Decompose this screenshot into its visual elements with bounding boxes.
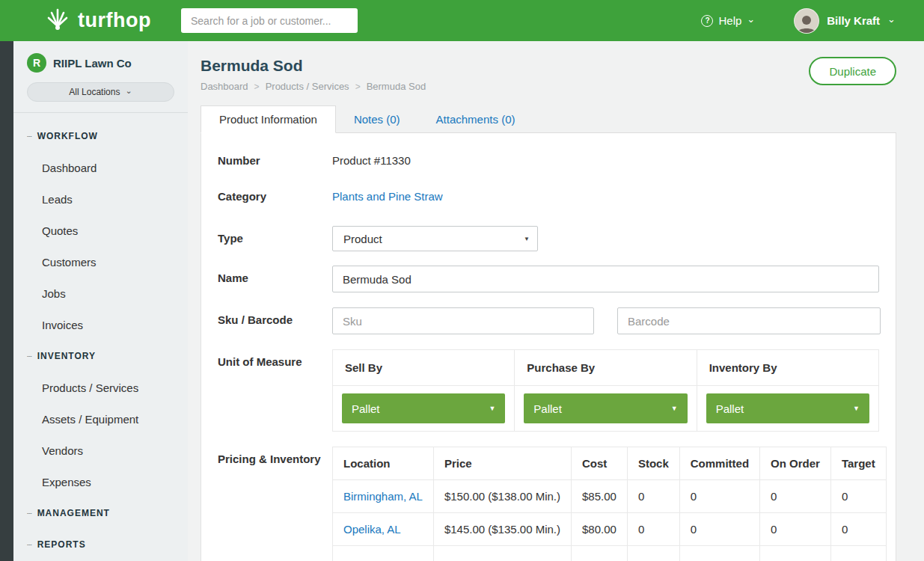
- target-cell: 0: [830, 480, 886, 513]
- page-title: Bermuda Sod: [201, 57, 896, 75]
- number-label: Number: [218, 154, 332, 167]
- category-link[interactable]: Plants and Pine Straw: [332, 190, 443, 203]
- sell-by-dropdown[interactable]: Pallet ▼: [342, 393, 505, 423]
- main-content: Bermuda Sod Dashboard > Products / Servi…: [188, 41, 924, 561]
- target-cell: 0: [830, 513, 886, 546]
- purchase-by-dropdown[interactable]: Pallet ▼: [524, 393, 687, 423]
- sidebar-item-jobs[interactable]: Jobs: [13, 278, 188, 309]
- dropdown-arrow-icon: ▼: [489, 405, 495, 412]
- dashes-icon: ┄: [27, 352, 31, 361]
- name-input[interactable]: [332, 266, 879, 292]
- sidebar-nav: ┄ WORKFLOW Dashboard Leads Quotes Custom…: [13, 113, 188, 560]
- dashes-icon: ┄: [27, 540, 31, 550]
- col-location: Location: [333, 447, 434, 480]
- locations-label: All Locations: [69, 87, 120, 97]
- product-information-panel: Number Product #11330 Category Plants an…: [201, 133, 896, 561]
- breadcrumb-separator: >: [254, 82, 260, 92]
- table-row-partial: [333, 546, 887, 561]
- inventory-by-dropdown[interactable]: Pallet ▼: [706, 393, 869, 423]
- brand-name: turfhop: [78, 9, 151, 32]
- user-menu[interactable]: Billy Kraft ⌄: [794, 8, 896, 34]
- sidebar-item-customers[interactable]: Customers: [13, 246, 188, 278]
- col-price: Price: [433, 447, 571, 480]
- breadcrumb-dashboard[interactable]: Dashboard: [201, 81, 248, 92]
- type-selected-value: Product: [343, 233, 382, 245]
- price-cell: $145.00 ($135.00 Min.): [433, 513, 571, 546]
- sidebar-item-expenses[interactable]: Expenses: [13, 466, 188, 497]
- sidebar-edge-strip: [0, 41, 13, 561]
- sku-barcode-label: Sku / Barcode: [218, 307, 332, 334]
- company-name: RIIPL Lawn Co: [53, 57, 132, 70]
- sidebar: R RIIPL Lawn Co All Locations ⌄ ┄ WORKFL…: [13, 41, 188, 561]
- sidebar-item-vendors[interactable]: Vendors: [13, 435, 188, 466]
- tab-attachments[interactable]: Attachments (0): [418, 106, 533, 132]
- on-order-cell: 0: [760, 480, 831, 513]
- dropdown-arrow-icon: ▼: [524, 236, 530, 242]
- tab-bar: Product Information Notes (0) Attachment…: [201, 105, 896, 133]
- barcode-input[interactable]: [617, 307, 881, 334]
- col-on-order: On Order: [760, 447, 831, 480]
- table-row: Opelika, AL $145.00 ($135.00 Min.) $80.0…: [333, 513, 887, 546]
- sidebar-section-inventory[interactable]: ┄ INVENTORY: [13, 340, 188, 372]
- dropdown-arrow-icon: ▼: [671, 405, 678, 412]
- user-name: Billy Kraft: [827, 14, 880, 27]
- name-label: Name: [218, 266, 332, 292]
- committed-cell: 0: [679, 480, 759, 513]
- number-value: Product #11330: [332, 154, 411, 167]
- sidebar-item-leads[interactable]: Leads: [13, 183, 188, 215]
- sidebar-item-quotes[interactable]: Quotes: [13, 215, 188, 246]
- sidebar-section-workflow[interactable]: ┄ WORKFLOW: [13, 120, 188, 152]
- sidebar-item-products-services[interactable]: Products / Services: [13, 372, 188, 403]
- col-committed: Committed: [679, 447, 759, 480]
- dropdown-arrow-icon: ▼: [853, 405, 860, 412]
- location-link-opelika[interactable]: Opelika, AL: [333, 513, 434, 546]
- tab-product-information[interactable]: Product Information: [201, 105, 336, 133]
- uom-col-sell-by: Sell By: [333, 350, 515, 386]
- avatar: [794, 8, 819, 34]
- type-label: Type: [218, 226, 332, 251]
- brand-logo[interactable]: turfhop: [45, 7, 151, 35]
- company-logo-icon: R: [27, 53, 46, 73]
- top-bar: turfhop ? Help ⌄ Billy Kraft ⌄: [0, 0, 924, 41]
- tab-notes[interactable]: Notes (0): [336, 106, 418, 132]
- breadcrumb: Dashboard > Products / Services > Bermud…: [201, 81, 896, 92]
- uom-col-purchase-by: Purchase By: [515, 350, 697, 386]
- dashes-icon: ┄: [27, 132, 31, 141]
- unit-of-measure-table: Sell By Purchase By Inventory By Pallet …: [332, 349, 879, 432]
- breadcrumb-products-services[interactable]: Products / Services: [266, 81, 349, 92]
- col-cost: Cost: [572, 447, 628, 480]
- help-menu[interactable]: ? Help ⌄: [701, 14, 755, 27]
- duplicate-button[interactable]: Duplicate: [809, 57, 896, 85]
- table-header-row: Location Price Cost Stock Committed On O…: [333, 447, 887, 480]
- price-cell: $150.00 ($138.00 Min.): [433, 480, 571, 513]
- stock-cell: 0: [627, 480, 679, 513]
- search-input[interactable]: [181, 8, 358, 33]
- dashes-icon: ┄: [27, 509, 31, 518]
- sidebar-section-reports[interactable]: ┄ REPORTS: [13, 529, 188, 560]
- help-label: Help: [718, 14, 741, 27]
- help-icon: ?: [701, 15, 713, 27]
- sku-input[interactable]: [332, 307, 594, 334]
- on-order-cell: 0: [760, 513, 831, 546]
- type-select[interactable]: Product ▼: [332, 226, 538, 251]
- col-target: Target: [830, 447, 886, 480]
- location-link-birmingham[interactable]: Birmingham, AL: [333, 480, 434, 513]
- chevron-down-icon: ⌄: [125, 86, 132, 96]
- pricing-inventory-label: Pricing & Inventory: [218, 447, 332, 561]
- unit-of-measure-label: Unit of Measure: [218, 349, 332, 432]
- sidebar-item-assets-equipment[interactable]: Assets / Equipment: [13, 403, 188, 435]
- pricing-inventory-table: Location Price Cost Stock Committed On O…: [332, 447, 887, 561]
- chevron-down-icon: ⌄: [887, 14, 896, 24]
- table-row: Birmingham, AL $150.00 ($138.00 Min.) $8…: [333, 480, 887, 513]
- stock-cell: 0: [627, 513, 679, 546]
- sprinkler-logo-icon: [45, 7, 70, 35]
- chevron-down-icon: ⌄: [747, 14, 755, 24]
- locations-dropdown[interactable]: All Locations ⌄: [27, 82, 174, 102]
- sidebar-item-invoices[interactable]: Invoices: [13, 309, 188, 340]
- cost-cell: $85.00: [572, 480, 628, 513]
- sidebar-section-management[interactable]: ┄ MANAGEMENT: [13, 497, 188, 529]
- cost-cell: $80.00: [572, 513, 628, 546]
- sidebar-item-dashboard[interactable]: Dashboard: [13, 152, 188, 183]
- uom-col-inventory-by: Inventory By: [697, 350, 878, 386]
- col-stock: Stock: [627, 447, 679, 480]
